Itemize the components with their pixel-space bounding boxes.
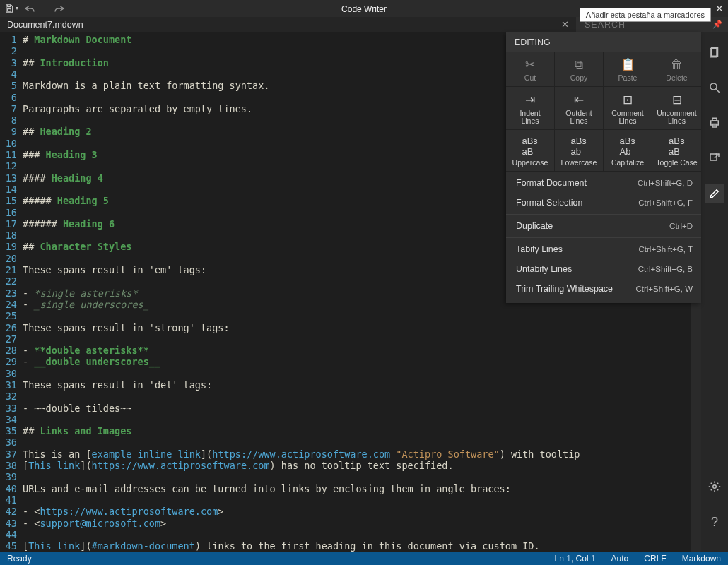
status-bar: Ready Ln 1, Col 1 Auto CRLF Markdown xyxy=(0,552,728,565)
code-line[interactable]: 39 xyxy=(0,471,701,482)
editing-panel-title: EDITING xyxy=(506,32,701,52)
rail-edit-icon[interactable] xyxy=(705,184,724,203)
pin-icon[interactable]: 📌 xyxy=(712,20,722,29)
editing-untabify-lines[interactable]: Untabify LinesCtrl+Shift+G, B xyxy=(506,259,701,279)
svg-point-3 xyxy=(710,83,717,90)
editing-paste[interactable]: 📋Paste xyxy=(604,52,652,86)
editing-trim-trailing-whitespace[interactable]: Trim Trailing WhitespaceCtrl+Shift+G, W xyxy=(506,279,701,299)
editing-panel: EDITING ✂Cut⧉Copy📋Paste🗑Delete ⇥IndentLi… xyxy=(506,32,701,303)
editing-format-selection[interactable]: Format SelectionCtrl+Shift+G, F xyxy=(506,193,701,213)
undo-button[interactable] xyxy=(21,0,38,17)
code-line[interactable]: 42- <https://www.actiprosoftware.com> xyxy=(0,506,701,517)
code-line[interactable]: 28- **double asterisks** xyxy=(0,345,701,356)
editing-cut[interactable]: ✂Cut xyxy=(506,52,555,86)
status-ready: Ready xyxy=(7,554,555,564)
code-line[interactable]: 30 xyxy=(0,368,701,379)
redo-button[interactable] xyxy=(51,0,68,17)
rail-help-icon[interactable]: ? xyxy=(705,512,724,532)
status-encoding-auto[interactable]: Auto xyxy=(611,554,629,564)
editor-area[interactable]: 1# Markdown Document23## Introduction45M… xyxy=(0,32,701,552)
code-line[interactable]: 35## Links and Images xyxy=(0,425,701,436)
rail-settings-icon[interactable] xyxy=(705,477,724,496)
svg-rect-6 xyxy=(712,118,717,121)
tab-close-button[interactable]: ✕ xyxy=(561,19,569,30)
editing-format-document[interactable]: Format DocumentCtrl+Shift+G, D xyxy=(506,173,701,193)
editing-comment-lines[interactable]: ⊡CommentLines xyxy=(604,87,652,129)
editing-uncomment-lines[interactable]: ⊟UncommentLines xyxy=(652,87,701,129)
editing-copy[interactable]: ⧉Copy xyxy=(555,52,604,86)
code-line[interactable]: 29- __double underscores__ xyxy=(0,356,701,367)
bookmark-tooltip: Añadir esta pestaña a marcadores xyxy=(580,8,711,22)
status-language[interactable]: Markdown xyxy=(682,554,721,564)
code-line[interactable]: 43- <support@microsoft.com> xyxy=(0,518,701,529)
editing-indent-lines[interactable]: ⇥IndentLines xyxy=(506,87,555,129)
code-line[interactable]: 40URLs and e-mail addresses can be turne… xyxy=(0,483,701,494)
rail-search-icon[interactable] xyxy=(705,78,724,97)
code-line[interactable]: 45[This link](#markdown-document) links … xyxy=(0,540,701,552)
title-bar: ▾ Code Writer ✕ Añadir esta pestaña a ma… xyxy=(0,0,728,17)
code-line[interactable]: 31These spans result in 'del' tags: xyxy=(0,379,701,391)
code-line[interactable]: 27 xyxy=(0,333,701,345)
editing-lowercase[interactable]: aBɜabLowercase xyxy=(555,130,604,171)
code-line[interactable]: 32 xyxy=(0,391,701,402)
editing-uppercase[interactable]: aBɜaBUppercase xyxy=(506,130,555,171)
document-filename: Document7.mdown xyxy=(7,20,83,30)
editing-tabify-lines[interactable]: Tabify LinesCtrl+Shift+G, T xyxy=(506,237,701,259)
rail-print-icon[interactable] xyxy=(705,113,724,133)
editing-toggle-case[interactable]: aBɜaBToggle Case xyxy=(652,130,701,171)
code-line[interactable]: 41 xyxy=(0,494,701,506)
status-eol[interactable]: CRLF xyxy=(644,554,666,564)
svg-point-9 xyxy=(713,485,717,489)
code-line[interactable]: 36 xyxy=(0,436,701,448)
code-line[interactable]: 38[This link](https://www.actiprosoftwar… xyxy=(0,460,701,471)
rail-documents-icon[interactable] xyxy=(705,42,724,62)
code-line[interactable]: 37This is an [example inline link](https… xyxy=(0,448,701,460)
code-line[interactable]: 25 xyxy=(0,310,701,321)
document-tab[interactable]: Document7.mdown ✕ xyxy=(0,17,576,32)
save-caret-icon: ▾ xyxy=(16,5,18,11)
right-rail: ? xyxy=(701,32,728,552)
code-line[interactable]: 34 xyxy=(0,414,701,425)
status-position: Ln 1, Col 1 xyxy=(555,554,596,564)
code-line[interactable]: 26These spans result in 'strong' tags: xyxy=(0,322,701,333)
svg-rect-0 xyxy=(8,9,11,11)
save-button[interactable]: ▾ xyxy=(3,0,20,17)
editing-duplicate[interactable]: DuplicateCtrl+D xyxy=(506,214,701,236)
code-line[interactable]: 33- ~~double tildes~~ xyxy=(0,403,701,414)
editing-delete[interactable]: 🗑Delete xyxy=(652,52,701,86)
editing-outdent-lines[interactable]: ⇤OutdentLines xyxy=(555,87,604,129)
window-close-button[interactable]: ✕ xyxy=(715,3,724,14)
svg-line-4 xyxy=(716,89,720,93)
editing-capitalize[interactable]: aBɜAbCapitalize xyxy=(604,130,652,171)
code-line[interactable]: 44 xyxy=(0,529,701,540)
app-title: Code Writer xyxy=(341,4,387,14)
rail-share-icon[interactable] xyxy=(705,148,724,168)
